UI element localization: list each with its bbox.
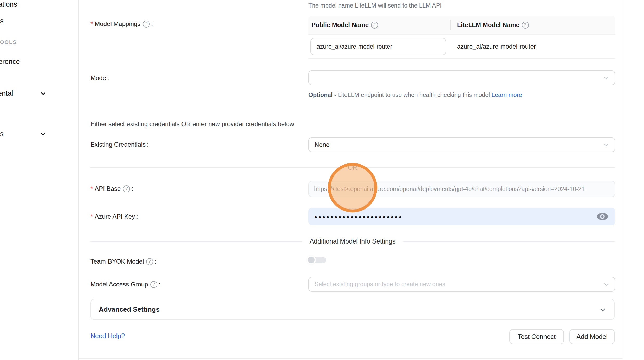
column-header-public-model-name: Public Model Name	[311, 21, 369, 29]
sidebar-divider	[78, 0, 79, 360]
model-name-helper-text: The model name LiteLLM will send to the …	[308, 2, 442, 9]
chevron-down-icon	[600, 306, 606, 313]
additional-settings-divider-label: Additional Model Info Settings	[302, 238, 403, 245]
learn-more-link[interactable]: Learn more	[491, 91, 522, 98]
table-row: azure_ai/azure-model-router	[308, 35, 615, 59]
existing-credentials-select[interactable]: None	[308, 137, 615, 152]
sidebar-item-truncated-erence[interactable]: erence	[0, 58, 20, 66]
mode-label: Mode :	[90, 74, 109, 82]
model-access-group-label: Model Access Group ? :	[90, 281, 160, 288]
team-byok-label: Team-BYOK Model ? :	[90, 258, 156, 265]
sidebar-item-truncated-ental[interactable]: ental	[0, 89, 13, 97]
chevron-down-icon	[603, 75, 609, 81]
api-base-label: * API Base ? :	[90, 185, 133, 192]
help-icon[interactable]: ?	[143, 21, 150, 28]
chevron-down-icon	[603, 281, 609, 287]
public-model-name-input[interactable]	[310, 38, 446, 55]
model-mappings-table-header: Public Model Name ? LiteLLM Model Name ?	[308, 16, 615, 35]
advanced-settings-title: Advanced Settings	[99, 305, 160, 313]
need-help-link[interactable]: Need Help?	[90, 332, 125, 340]
credentials-note: Either select existing credentials OR en…	[90, 120, 294, 128]
required-marker: *	[90, 20, 93, 28]
add-model-page: ations s TOOLS erence ental s The model …	[0, 0, 644, 360]
chevron-down-icon	[603, 142, 609, 148]
required-marker: *	[90, 185, 93, 192]
help-icon[interactable]: ?	[522, 22, 529, 29]
existing-credentials-value: None	[315, 141, 329, 148]
azure-api-key-input[interactable]: ••••••••••••••••••••••	[308, 208, 615, 225]
litellm-model-name-value: azure_ai/azure-model-router	[450, 43, 615, 50]
sidebar-item-truncated-ations[interactable]: ations	[0, 1, 17, 9]
additional-settings-divider: Additional Model Info Settings	[90, 238, 615, 245]
mode-select[interactable]	[308, 70, 615, 85]
model-access-group-select[interactable]: Select existing groups or type to create…	[308, 277, 615, 292]
sidebar-section-tools: TOOLS	[0, 39, 17, 45]
model-mappings-table: Public Model Name ? LiteLLM Model Name ?…	[308, 16, 615, 59]
model-access-group-placeholder: Select existing groups or type to create…	[315, 281, 445, 288]
or-divider-label: OR	[341, 164, 365, 171]
mode-help-text: Optional - LiteLLM endpoint to use when …	[308, 90, 529, 100]
add-model-button[interactable]: Add Model	[569, 329, 615, 344]
sidebar-item-truncated-s[interactable]: s	[0, 17, 4, 25]
mode-help-body: - LiteLLM endpoint to use when health ch…	[333, 91, 491, 98]
help-icon[interactable]: ?	[150, 281, 157, 288]
card-bottom-border	[78, 358, 622, 359]
toggle-knob	[307, 255, 316, 265]
masked-api-key: ••••••••••••••••••••••	[315, 214, 403, 221]
test-connect-button[interactable]: Test Connect	[509, 329, 564, 344]
or-divider: OR	[90, 164, 615, 171]
chevron-down-icon[interactable]	[40, 90, 47, 97]
sidebar-item-truncated-s2[interactable]: s	[0, 130, 4, 138]
existing-credentials-label: Existing Credentials :	[90, 141, 149, 148]
mode-help-bold: Optional	[308, 91, 333, 98]
api-base-input[interactable]: https://<test>.openai.azure.com/openai/d…	[308, 181, 615, 197]
column-header-litellm-model-name: LiteLLM Model Name	[457, 21, 519, 29]
azure-api-key-label: * Azure API Key :	[90, 213, 138, 220]
help-icon[interactable]: ?	[146, 258, 153, 265]
help-icon[interactable]: ?	[123, 185, 130, 192]
model-mappings-label: * Model Mappings ? :	[90, 20, 153, 28]
card-right-border	[622, 0, 622, 359]
advanced-settings-panel[interactable]: Advanced Settings	[90, 299, 615, 320]
required-marker: *	[90, 213, 93, 220]
chevron-down-icon[interactable]	[40, 130, 47, 138]
eye-icon[interactable]	[596, 212, 608, 221]
help-icon[interactable]: ?	[371, 22, 378, 29]
team-byok-toggle[interactable]	[308, 257, 326, 263]
